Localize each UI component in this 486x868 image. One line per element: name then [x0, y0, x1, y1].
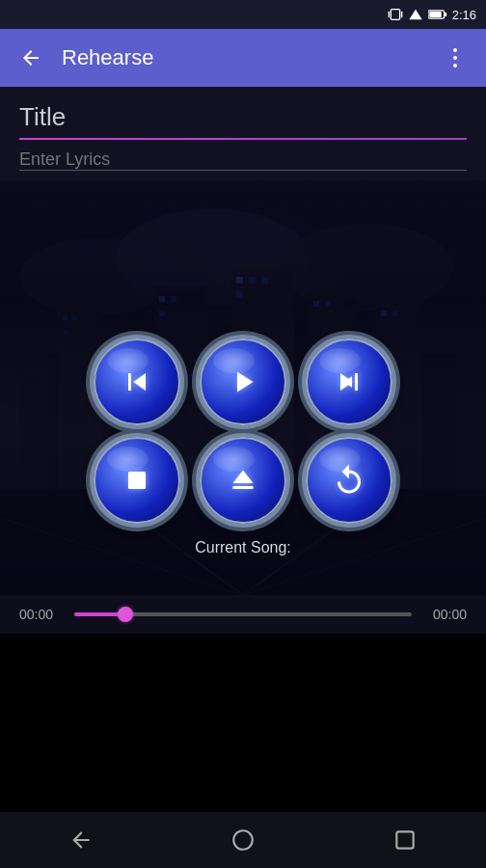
- lyrics-area: [0, 140, 486, 180]
- svg-rect-6: [429, 12, 442, 17]
- play-button[interactable]: [200, 339, 286, 425]
- previous-button[interactable]: [94, 339, 180, 425]
- status-bar: 2:16: [0, 0, 486, 29]
- lyrics-underline: [19, 170, 467, 171]
- battery-icon: [428, 9, 447, 20]
- back-button[interactable]: [15, 42, 46, 73]
- svg-rect-2: [391, 10, 399, 20]
- svg-point-8: [453, 56, 457, 60]
- svg-rect-57: [396, 831, 413, 848]
- bottom-nav: [0, 812, 486, 868]
- svg-rect-55: [128, 472, 146, 489]
- loop-button[interactable]: [306, 437, 392, 524]
- svg-point-7: [453, 48, 457, 52]
- title-input[interactable]: [19, 102, 467, 138]
- controls-row-1: [94, 339, 392, 425]
- total-time: 00:00: [423, 607, 467, 622]
- background-area: Current Song:: [0, 180, 486, 595]
- status-icons: 2:16: [388, 7, 476, 22]
- nav-back-button[interactable]: [52, 821, 110, 859]
- nav-recents-button[interactable]: [376, 821, 434, 859]
- controls-overlay: Current Song:: [94, 339, 392, 566]
- svg-rect-0: [388, 12, 389, 18]
- progress-thumb[interactable]: [118, 607, 133, 622]
- svg-point-56: [233, 830, 253, 850]
- lyrics-input[interactable]: [19, 149, 467, 170]
- overflow-menu-button[interactable]: [440, 42, 471, 73]
- controls-row-2: [94, 437, 392, 524]
- current-song-label: Current Song:: [195, 539, 291, 556]
- nav-home-button[interactable]: [214, 821, 272, 859]
- progress-track[interactable]: [74, 612, 412, 616]
- eject-button[interactable]: [200, 437, 286, 524]
- next-button[interactable]: [306, 339, 392, 425]
- current-time: 00:00: [19, 607, 63, 622]
- svg-rect-1: [401, 12, 402, 18]
- progress-area: 00:00 00:00: [0, 595, 486, 634]
- app-title: Rehearse: [62, 45, 424, 70]
- status-time: 2:16: [452, 8, 476, 22]
- stop-button[interactable]: [94, 437, 180, 524]
- svg-rect-5: [444, 13, 446, 16]
- svg-marker-3: [409, 10, 421, 20]
- svg-point-9: [453, 64, 457, 68]
- signal-icon: [408, 7, 423, 22]
- vibrate-icon: [388, 7, 403, 22]
- app-bar: Rehearse: [0, 29, 486, 87]
- title-area: [0, 87, 486, 140]
